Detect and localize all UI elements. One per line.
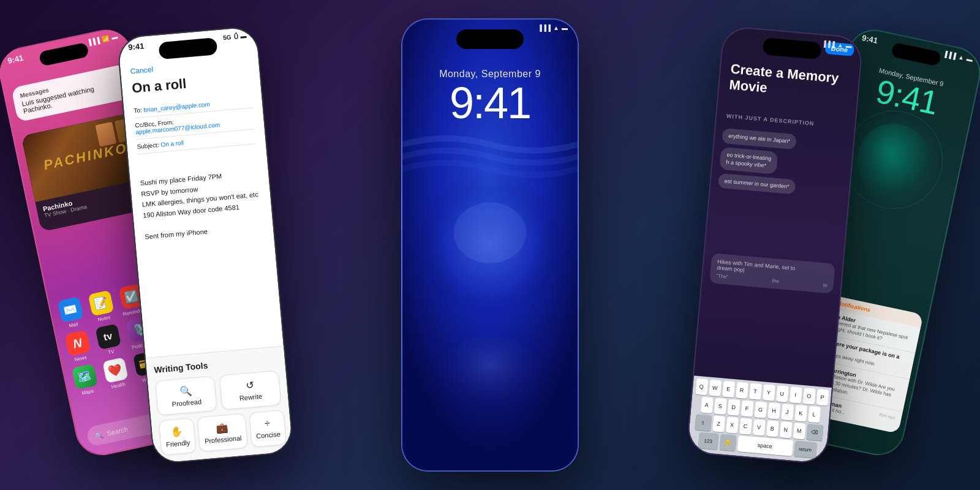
professional-icon: 💼: [216, 421, 229, 434]
status-icons-2: 5G Ǘ ▬: [223, 32, 247, 41]
rewrite-label: Rewrite: [239, 393, 262, 402]
signal-icon-4: ▐▐▐: [821, 40, 835, 48]
status-icons-3: ▐▐▐ ▲ ▬: [538, 24, 568, 31]
status-icons-5: ▐▐▐ ▲ ▬: [943, 50, 973, 63]
email-sent-from: Sent from my iPhone: [145, 222, 264, 243]
key-v[interactable]: V: [752, 419, 765, 436]
status-time-2: 9:41: [128, 41, 145, 51]
proofread-label: Proofread: [172, 398, 202, 408]
wifi-icon-5: ▲: [957, 53, 965, 61]
app-health[interactable]: ❤️Health: [100, 357, 132, 391]
svg-point-2: [454, 202, 526, 263]
email-header: Cancel On a roll To: brian_carey@apple.c…: [130, 57, 256, 154]
key-w[interactable]: W: [709, 380, 722, 397]
wifi-icon-1: 📶: [102, 35, 110, 43]
wifi-icon-4: ▲: [837, 42, 843, 49]
writing-tools-secondary: ✋ Friendly 💼 Professional ÷ Concise: [159, 410, 285, 455]
key-u[interactable]: U: [775, 385, 788, 402]
key-x[interactable]: X: [726, 417, 739, 434]
key-space[interactable]: space: [737, 435, 793, 456]
writing-tools-panel: Writing Tools 🔍 Proofread ↺ Rewrite ✋ Fr…: [146, 345, 293, 463]
proofread-button[interactable]: 🔍 Proofread: [155, 376, 217, 416]
key-b[interactable]: B: [766, 420, 778, 437]
key-r[interactable]: R: [736, 382, 748, 399]
key-h[interactable]: H: [767, 402, 780, 420]
status-icons-1: ▐▐▐ 📶 ▬: [86, 33, 118, 46]
friendly-button[interactable]: ✋ Friendly: [159, 418, 197, 456]
key-o[interactable]: O: [802, 388, 815, 405]
professional-label: Professional: [205, 434, 242, 445]
key-p[interactable]: P: [816, 389, 829, 406]
key-m[interactable]: M: [793, 423, 805, 440]
key-shift[interactable]: ⇧: [695, 414, 712, 431]
concise-icon: ÷: [264, 418, 270, 429]
memory-subtitle: WITH JUST A DESCRIPTION: [726, 113, 845, 129]
key-a[interactable]: A: [700, 397, 713, 414]
email-subject-display: On a roll: [131, 70, 251, 97]
app-mail[interactable]: ✉️Mail: [55, 296, 87, 331]
chat-bubble-3: est summer in our garden*: [718, 173, 796, 194]
key-e[interactable]: E: [722, 381, 735, 398]
suggestion-1[interactable]: "The": [716, 273, 728, 280]
concise-label: Concise: [256, 430, 281, 439]
signal-text-2: 5G: [223, 34, 232, 41]
lockscreen-time: 9:41: [402, 81, 578, 125]
concise-button[interactable]: ÷ Concise: [249, 410, 287, 448]
key-return[interactable]: return: [794, 440, 817, 458]
email-body[interactable]: Sushi my place Friday 7PM RSVP by tomorr…: [140, 168, 263, 243]
app-notes[interactable]: 📝Notes: [86, 290, 118, 324]
chat-bubble-1: erything we ate in Japan*: [722, 128, 797, 149]
key-y[interactable]: Y: [762, 384, 775, 401]
key-c[interactable]: C: [739, 418, 752, 435]
phones-container: 9:41 ▐▐▐ 📶 ▬ Messages Luis suggested wat…: [0, 0, 980, 490]
key-s[interactable]: S: [714, 398, 726, 415]
key-123[interactable]: 123: [698, 432, 718, 450]
friendly-icon: ✋: [170, 425, 184, 438]
friendly-label: Friendly: [166, 439, 190, 448]
key-g[interactable]: G: [754, 401, 767, 418]
suggestion-2[interactable]: the: [772, 278, 779, 284]
proofread-icon: 🔍: [179, 385, 192, 398]
battery-icon-2: ▬: [240, 32, 247, 40]
search-icon-1: 🔍: [94, 431, 104, 440]
signal-icon-1: ▐▐▐: [86, 37, 100, 46]
professional-button[interactable]: 💼 Professional: [197, 413, 248, 452]
status-time-5: 9:41: [861, 33, 879, 45]
key-d[interactable]: D: [727, 399, 740, 416]
chat-prompts: erything we ate in Japan* eo trick-or-tr…: [718, 128, 846, 199]
status-time-1: 9:41: [7, 53, 24, 66]
key-n[interactable]: N: [779, 421, 792, 439]
app-tv[interactable]: tvTV: [92, 323, 124, 358]
key-t[interactable]: T: [748, 383, 761, 400]
battery-icon-3: ▬: [562, 24, 568, 31]
email-subject-value: On a roll: [160, 139, 184, 148]
rewrite-button[interactable]: ↺ Rewrite: [219, 370, 282, 410]
key-i[interactable]: I: [789, 386, 802, 404]
memory-input[interactable]: Hikes with Tim and Marie, set todream po…: [709, 253, 835, 293]
key-q[interactable]: Q: [695, 379, 708, 396]
chat-bubble-2: eo trick-or-treatingh a spooky vibe*: [719, 146, 778, 174]
key-l[interactable]: L: [808, 406, 821, 423]
battery-icon-5: ▬: [966, 55, 973, 63]
phone-center: 9:41 ▐▐▐ ▲ ▬: [401, 18, 579, 472]
signal-icon-3: ▐▐▐: [538, 24, 551, 31]
key-j[interactable]: J: [781, 404, 794, 421]
battery-icon-4: ▬: [845, 42, 852, 50]
memory-title: Create a Memory Movie: [728, 61, 850, 104]
wifi-icon-2: Ǘ: [233, 33, 238, 40]
signal-icon-5: ▐▐▐: [943, 50, 957, 59]
search-label-1: Search: [106, 426, 129, 437]
key-delete[interactable]: ⌫: [806, 424, 823, 441]
key-f[interactable]: F: [741, 400, 753, 417]
suggestion-3[interactable]: to: [823, 282, 827, 288]
app-news[interactable]: NNews: [62, 330, 94, 364]
phone-center-screen: 9:41 ▐▐▐ ▲ ▬: [402, 20, 578, 470]
key-z[interactable]: Z: [712, 415, 725, 432]
status-icons-4: ▐▐▐ ▲ ▬: [821, 40, 852, 49]
rewrite-icon: ↺: [245, 379, 254, 391]
svg-point-3: [429, 336, 550, 434]
key-k[interactable]: K: [794, 405, 807, 422]
key-emoji[interactable]: 😊: [719, 434, 736, 451]
keyboard: Q W E R T Y U I O P A S D F G H: [687, 375, 832, 463]
app-maps[interactable]: 🗺️Maps: [69, 363, 101, 398]
